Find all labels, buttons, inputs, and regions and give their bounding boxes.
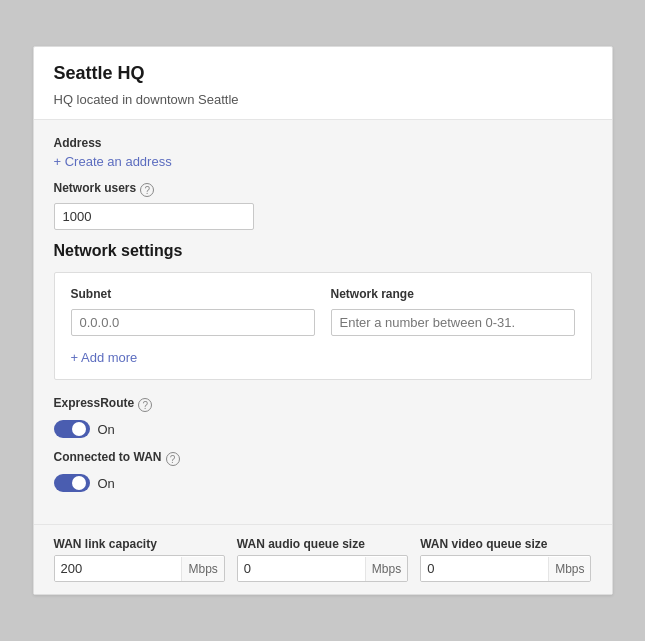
main-card: Seattle HQ HQ located in downtown Seattl…: [33, 46, 613, 595]
card-header: Seattle HQ HQ located in downtown Seattl…: [34, 47, 612, 120]
wan-video-queue-unit: Mbps: [548, 557, 590, 581]
connected-wan-help-icon[interactable]: ?: [166, 452, 180, 466]
wan-grid: WAN link capacity Mbps WAN audio queue s…: [54, 537, 592, 582]
network-settings-box: Subnet Network range + Add more: [54, 272, 592, 380]
subnet-input[interactable]: [71, 309, 315, 336]
network-range-label: Network range: [331, 287, 414, 301]
connected-wan-toggle-thumb: [72, 476, 86, 490]
wan-section: WAN link capacity Mbps WAN audio queue s…: [34, 524, 612, 594]
network-range-input[interactable]: [331, 309, 575, 336]
wan-video-queue-input-row: Mbps: [420, 555, 591, 582]
connected-wan-toggle-track: [54, 474, 90, 492]
network-grid: Subnet Network range: [71, 287, 575, 336]
network-users-label-row: Network users ?: [54, 181, 592, 199]
express-route-label: ExpressRoute: [54, 396, 135, 410]
connected-wan-field: Connected to WAN ? On: [54, 450, 592, 492]
express-route-toggle-thumb: [72, 422, 86, 436]
connected-wan-label-row: Connected to WAN ?: [54, 450, 592, 468]
subnet-label-row: Subnet: [71, 287, 315, 305]
subnet-field: Subnet: [71, 287, 315, 336]
express-route-toggle-row: On: [54, 420, 592, 438]
network-users-help-icon[interactable]: ?: [140, 183, 154, 197]
wan-audio-queue-label: WAN audio queue size: [237, 537, 408, 551]
subnet-label: Subnet: [71, 287, 112, 301]
connected-wan-toggle-row: On: [54, 474, 592, 492]
express-route-toggle[interactable]: [54, 420, 90, 438]
network-range-field: Network range: [331, 287, 575, 336]
wan-video-queue-label: WAN video queue size: [420, 537, 591, 551]
wan-video-queue-field: WAN video queue size Mbps: [420, 537, 591, 582]
wan-link-capacity-unit: Mbps: [181, 557, 223, 581]
address-section: Address + Create an address: [54, 136, 592, 169]
express-route-help-icon[interactable]: ?: [138, 398, 152, 412]
express-route-toggle-label: On: [98, 422, 115, 437]
network-settings-section: Network settings Subnet Network range: [54, 242, 592, 492]
card-subtitle: HQ located in downtown Seattle: [54, 92, 592, 107]
network-users-input[interactable]: [54, 203, 254, 230]
card-body: Address + Create an address Network user…: [34, 120, 612, 524]
wan-audio-queue-input[interactable]: [238, 556, 365, 581]
card-title: Seattle HQ: [54, 63, 592, 84]
wan-audio-queue-field: WAN audio queue size Mbps: [237, 537, 408, 582]
wan-link-capacity-field: WAN link capacity Mbps: [54, 537, 225, 582]
express-route-toggle-track: [54, 420, 90, 438]
wan-link-capacity-input[interactable]: [55, 556, 182, 581]
wan-video-queue-input[interactable]: [421, 556, 548, 581]
wan-audio-queue-unit: Mbps: [365, 557, 407, 581]
network-settings-title: Network settings: [54, 242, 592, 260]
create-address-link[interactable]: + Create an address: [54, 154, 172, 169]
address-label: Address: [54, 136, 592, 150]
add-more-link[interactable]: + Add more: [71, 350, 138, 365]
wan-audio-queue-input-row: Mbps: [237, 555, 408, 582]
connected-wan-toggle[interactable]: [54, 474, 90, 492]
network-range-label-row: Network range: [331, 287, 575, 305]
express-route-field: ExpressRoute ? On: [54, 396, 592, 438]
wan-link-capacity-label: WAN link capacity: [54, 537, 225, 551]
network-users-section: Network users ?: [54, 181, 592, 230]
express-route-label-row: ExpressRoute ?: [54, 396, 592, 414]
wan-link-capacity-input-row: Mbps: [54, 555, 225, 582]
connected-wan-label: Connected to WAN: [54, 450, 162, 464]
network-users-label: Network users: [54, 181, 137, 195]
connected-wan-toggle-label: On: [98, 476, 115, 491]
